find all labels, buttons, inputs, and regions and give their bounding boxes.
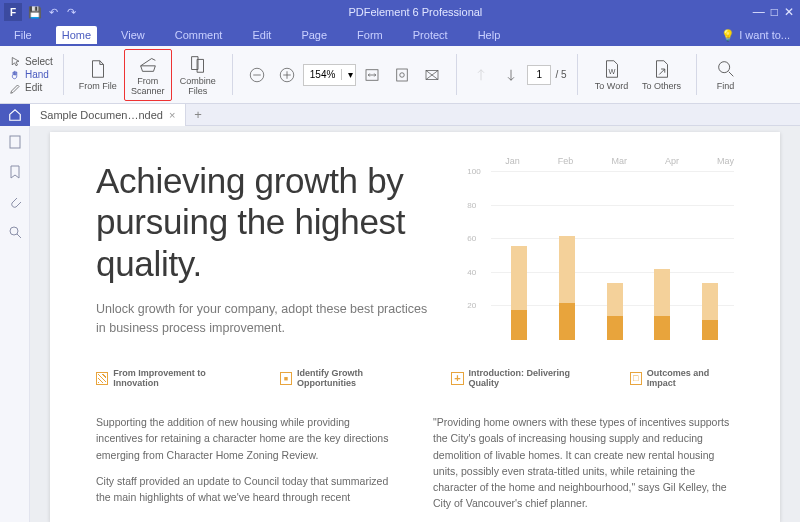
file-icon bbox=[87, 58, 109, 80]
new-tab-button[interactable]: + bbox=[186, 107, 210, 122]
word-icon: W bbox=[601, 58, 623, 80]
svg-rect-8 bbox=[10, 136, 20, 148]
tab-comment[interactable]: Comment bbox=[169, 26, 229, 44]
menubar: File Home View Comment Edit Page Form Pr… bbox=[0, 24, 800, 46]
page-viewport[interactable]: Achieving growth by pursuing the highest… bbox=[30, 126, 800, 522]
cursor-icon bbox=[10, 56, 22, 68]
next-page-button[interactable] bbox=[497, 61, 525, 89]
ribbon: Select Hand Edit From File From Scanner … bbox=[0, 46, 800, 104]
pencil-icon bbox=[10, 82, 22, 94]
prev-page-button[interactable] bbox=[467, 61, 495, 89]
chevron-down-icon: ▾ bbox=[341, 69, 355, 80]
maximize-button[interactable]: □ bbox=[771, 5, 778, 19]
zoom-dropdown[interactable]: 154%▾ bbox=[303, 64, 357, 86]
home-icon bbox=[8, 108, 22, 122]
section-nav: From Improvement to Innovation Identify … bbox=[96, 368, 734, 388]
minimize-button[interactable]: — bbox=[753, 5, 765, 19]
page-subtitle: Unlock growth for your company, adopt th… bbox=[96, 300, 436, 338]
find-button[interactable]: Find bbox=[707, 49, 745, 101]
tab-help[interactable]: Help bbox=[472, 26, 507, 44]
quick-access-toolbar: 💾 ↶ ↷ bbox=[28, 5, 78, 19]
search-icon bbox=[715, 58, 737, 80]
app-title: PDFelement 6 Professional bbox=[78, 6, 753, 18]
attachments-panel-button[interactable] bbox=[7, 194, 23, 210]
plus-icon bbox=[451, 372, 463, 385]
page-title: Achieving growth by pursuing the highest… bbox=[96, 160, 445, 284]
to-word-button[interactable]: W To Word bbox=[588, 49, 636, 101]
scanner-icon bbox=[137, 53, 159, 75]
from-file-button[interactable]: From File bbox=[74, 49, 122, 101]
from-scanner-button[interactable]: From Scanner bbox=[124, 49, 172, 101]
export-icon bbox=[651, 58, 673, 80]
body-text: "Providing home owners with these types … bbox=[433, 414, 734, 512]
hand-tool[interactable]: Hand bbox=[10, 69, 53, 81]
page-total: / 5 bbox=[555, 69, 566, 80]
search-panel-button[interactable] bbox=[7, 224, 23, 240]
fit-width-button[interactable] bbox=[358, 61, 386, 89]
i-want-to-search[interactable]: 💡 I want to... bbox=[721, 29, 790, 42]
sidebar bbox=[0, 126, 30, 522]
close-tab-icon[interactable]: × bbox=[169, 109, 175, 121]
tab-home[interactable]: Home bbox=[56, 26, 97, 44]
outline-icon bbox=[630, 372, 642, 385]
edit-tool[interactable]: Edit bbox=[10, 82, 53, 94]
svg-point-9 bbox=[10, 227, 18, 235]
body-text: City staff provided an update to Council… bbox=[96, 473, 397, 506]
app-logo: F bbox=[4, 3, 22, 21]
page-indicator: / 5 bbox=[527, 65, 566, 85]
section-link-growth[interactable]: Identify Growth Opportunities bbox=[280, 368, 416, 388]
save-icon[interactable]: 💾 bbox=[28, 5, 42, 19]
hand-icon bbox=[10, 69, 22, 81]
svg-point-7 bbox=[718, 61, 729, 72]
bookmarks-panel-button[interactable] bbox=[7, 164, 23, 180]
section-link-outcomes[interactable]: Outcomes and Impact bbox=[630, 368, 734, 388]
section-link-innovation[interactable]: From Improvement to Innovation bbox=[96, 368, 244, 388]
section-link-quality[interactable]: Introduction: Delivering Quality bbox=[451, 368, 593, 388]
bulb-icon: 💡 bbox=[721, 29, 735, 42]
fit-page-button[interactable] bbox=[388, 61, 416, 89]
tab-form[interactable]: Form bbox=[351, 26, 389, 44]
tab-file[interactable]: File bbox=[8, 26, 38, 44]
document-page: Achieving growth by pursuing the highest… bbox=[50, 132, 780, 522]
titlebar: F 💾 ↶ ↷ PDFelement 6 Professional — □ ✕ bbox=[0, 0, 800, 24]
home-nav-button[interactable] bbox=[0, 104, 30, 126]
tab-edit[interactable]: Edit bbox=[246, 26, 277, 44]
actual-size-button[interactable] bbox=[418, 61, 446, 89]
combine-files-button[interactable]: Combine Files bbox=[174, 49, 222, 101]
svg-point-4 bbox=[400, 72, 405, 77]
body-columns: Supporting the addition of new housing w… bbox=[96, 414, 734, 522]
document-tab[interactable]: Sample Documen…nded × bbox=[30, 104, 186, 126]
svg-rect-3 bbox=[397, 69, 408, 81]
close-button[interactable]: ✕ bbox=[784, 5, 794, 19]
to-others-button[interactable]: To Others bbox=[638, 49, 686, 101]
svg-text:W: W bbox=[608, 66, 615, 75]
square-icon bbox=[280, 372, 292, 385]
zoom-in-button[interactable] bbox=[273, 61, 301, 89]
document-tab-label: Sample Documen…nded bbox=[40, 109, 163, 121]
tab-page[interactable]: Page bbox=[295, 26, 333, 44]
undo-icon[interactable]: ↶ bbox=[46, 5, 60, 19]
page-input[interactable] bbox=[527, 65, 551, 85]
tab-view[interactable]: View bbox=[115, 26, 151, 44]
diagonal-icon bbox=[96, 372, 108, 385]
combine-icon bbox=[187, 53, 209, 75]
redo-icon[interactable]: ↷ bbox=[64, 5, 78, 19]
thumbnails-panel-button[interactable] bbox=[7, 134, 23, 150]
select-tool[interactable]: Select bbox=[10, 56, 53, 68]
chart: JanFebMarAprMay20406080100 bbox=[465, 160, 734, 340]
zoom-out-button[interactable] bbox=[243, 61, 271, 89]
tab-protect[interactable]: Protect bbox=[407, 26, 454, 44]
i-want-to-label: I want to... bbox=[739, 29, 790, 41]
workspace: Achieving growth by pursuing the highest… bbox=[0, 126, 800, 522]
body-text: Supporting the addition of new housing w… bbox=[96, 414, 397, 463]
doc-tabstrip: Sample Documen…nded × + bbox=[0, 104, 800, 126]
